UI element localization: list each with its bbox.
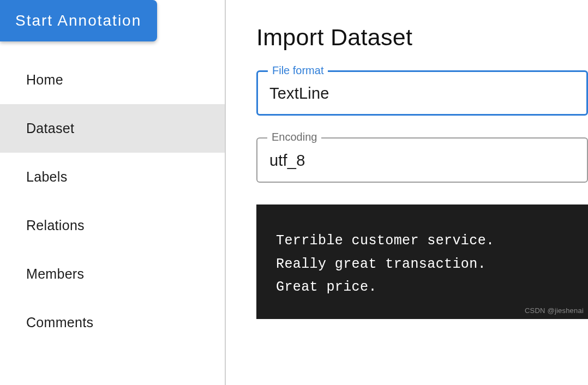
- nav-item-home[interactable]: Home: [0, 56, 225, 104]
- file-format-label: File format: [268, 64, 328, 77]
- file-format-select[interactable]: File format TextLine: [256, 70, 588, 116]
- nav-item-members[interactable]: Members: [0, 250, 225, 298]
- watermark: CSDN @jieshenai: [525, 305, 584, 317]
- nav-item-relations[interactable]: Relations: [0, 201, 225, 250]
- nav-list: Home Dataset Labels Relations Members Co…: [0, 56, 225, 347]
- sample-preview-text: Terrible customer service. Really great …: [276, 233, 494, 295]
- encoding-value: utf_8: [269, 152, 575, 170]
- encoding-select[interactable]: Encoding utf_8: [256, 137, 588, 183]
- file-format-value: TextLine: [269, 85, 575, 103]
- start-annotation-button[interactable]: Start Annotation: [0, 0, 157, 41]
- main-content: Import Dataset File format TextLine Enco…: [226, 0, 588, 385]
- nav-item-comments[interactable]: Comments: [0, 298, 225, 347]
- page-title: Import Dataset: [256, 24, 588, 51]
- sidebar: Start Annotation Home Dataset Labels Rel…: [0, 0, 226, 385]
- nav-item-labels[interactable]: Labels: [0, 153, 225, 201]
- sample-preview: Terrible customer service. Really great …: [256, 204, 588, 319]
- encoding-label: Encoding: [267, 131, 321, 143]
- nav-item-dataset[interactable]: Dataset: [0, 104, 225, 153]
